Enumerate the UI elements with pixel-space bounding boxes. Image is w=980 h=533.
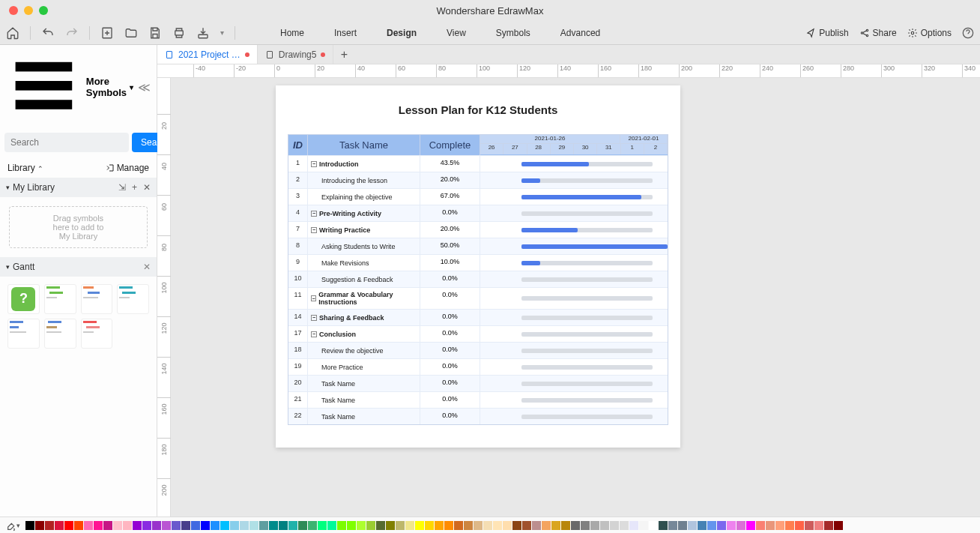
color-swatch[interactable] xyxy=(736,521,745,530)
color-swatch[interactable] xyxy=(172,521,181,530)
color-swatch[interactable] xyxy=(74,521,83,530)
color-swatch[interactable] xyxy=(649,521,658,530)
gantt-shape-1[interactable] xyxy=(44,284,76,314)
color-swatch[interactable] xyxy=(279,521,288,530)
menu-insert[interactable]: Insert xyxy=(334,28,357,38)
color-swatch[interactable] xyxy=(561,521,570,530)
expand-icon[interactable]: − xyxy=(311,295,316,301)
color-swatch[interactable] xyxy=(678,521,687,530)
gantt-row[interactable]: 22 Task Name 0.0% xyxy=(288,408,668,424)
expand-icon[interactable]: − xyxy=(311,211,317,217)
color-swatch[interactable] xyxy=(698,521,707,530)
color-swatch[interactable] xyxy=(298,521,307,530)
publish-button[interactable]: Publish xyxy=(805,28,848,38)
open-icon[interactable] xyxy=(124,26,138,40)
expand-icon[interactable]: − xyxy=(311,315,317,321)
help-shape[interactable]: ? xyxy=(7,284,40,314)
color-swatch[interactable] xyxy=(259,521,268,530)
color-swatch[interactable] xyxy=(824,521,833,530)
menu-symbols[interactable]: Symbols xyxy=(496,28,530,38)
gantt-row[interactable]: 18 Review the objective 0.0% xyxy=(288,342,668,358)
color-swatch[interactable] xyxy=(688,521,697,530)
color-swatch[interactable] xyxy=(425,521,434,530)
color-swatch[interactable] xyxy=(532,521,541,530)
color-swatch[interactable] xyxy=(396,521,405,530)
color-swatch[interactable] xyxy=(639,521,648,530)
color-swatch[interactable] xyxy=(483,521,492,530)
expand-icon[interactable]: − xyxy=(311,331,317,337)
maximize-window-button[interactable] xyxy=(39,6,48,15)
color-swatch[interactable] xyxy=(727,521,736,530)
color-swatch[interactable] xyxy=(103,521,112,530)
gantt-row[interactable]: 17 −Conclusion 0.0% xyxy=(288,325,668,342)
gantt-row[interactable]: 21 Task Name 0.0% xyxy=(288,391,668,408)
color-swatch[interactable] xyxy=(444,521,453,530)
collapse-sidebar-icon[interactable]: ≪ xyxy=(138,80,151,94)
library-toggle[interactable]: Library ⌃ xyxy=(7,163,43,173)
color-swatch[interactable] xyxy=(357,521,366,530)
color-swatch[interactable] xyxy=(405,521,414,530)
color-swatch[interactable] xyxy=(503,521,512,530)
my-library-section[interactable]: ▾ My Library ⇲ + ✕ xyxy=(0,178,157,197)
gantt-row[interactable]: 8 Asking Students to Write 50.0% xyxy=(288,238,668,254)
color-swatch[interactable] xyxy=(35,521,44,530)
color-swatch[interactable] xyxy=(25,521,34,530)
color-swatch[interactable] xyxy=(64,521,73,530)
help-icon[interactable] xyxy=(962,27,974,39)
color-swatch[interactable] xyxy=(668,521,677,530)
color-swatch[interactable] xyxy=(814,521,823,530)
undo-icon[interactable] xyxy=(41,26,55,40)
color-swatch[interactable] xyxy=(45,521,54,530)
color-swatch[interactable] xyxy=(240,521,249,530)
close-gantt-section-icon[interactable]: ✕ xyxy=(143,262,151,272)
document-page[interactable]: Lesson Plan for K12 Students ID Task Nam… xyxy=(276,85,680,448)
gantt-shape-6[interactable] xyxy=(81,319,113,349)
color-swatch[interactable] xyxy=(113,521,122,530)
menu-advanced[interactable]: Advanced xyxy=(560,28,600,38)
manage-button[interactable]: Manage xyxy=(106,163,149,173)
gantt-shape-3[interactable] xyxy=(117,284,149,314)
add-tab-button[interactable]: + xyxy=(333,45,354,64)
gantt-row[interactable]: 1 −Introduction 43.5% xyxy=(288,155,668,172)
color-swatch[interactable] xyxy=(551,521,560,530)
color-swatch[interactable] xyxy=(230,521,239,530)
color-swatch[interactable] xyxy=(512,521,521,530)
add-lib-icon[interactable]: + xyxy=(132,182,137,193)
color-swatch[interactable] xyxy=(415,521,424,530)
gantt-row[interactable]: 4 −Pre-Writing Activity 0.0% xyxy=(288,205,668,221)
color-swatch[interactable] xyxy=(542,521,551,530)
color-swatch[interactable] xyxy=(775,521,784,530)
gantt-shape-2[interactable] xyxy=(81,284,113,314)
search-input[interactable] xyxy=(4,133,129,152)
color-swatch[interactable] xyxy=(249,521,258,530)
color-swatch[interactable] xyxy=(191,521,200,530)
color-swatch[interactable] xyxy=(571,521,580,530)
color-swatch[interactable] xyxy=(785,521,794,530)
color-swatch[interactable] xyxy=(133,521,142,530)
gantt-row[interactable]: 2 Introducing the lesson 20.0% xyxy=(288,172,668,188)
color-swatch[interactable] xyxy=(581,521,590,530)
gantt-shape-4[interactable] xyxy=(7,319,40,349)
color-swatch[interactable] xyxy=(717,521,726,530)
color-swatch[interactable] xyxy=(464,521,473,530)
color-swatch[interactable] xyxy=(201,521,210,530)
gantt-row[interactable]: 20 Task Name 0.0% xyxy=(288,375,668,391)
close-lib-icon[interactable]: ✕ xyxy=(143,182,151,193)
close-window-button[interactable] xyxy=(9,6,18,15)
color-swatch[interactable] xyxy=(376,521,385,530)
canvas[interactable]: Lesson Plan for K12 Students ID Task Nam… xyxy=(171,78,980,517)
color-swatch[interactable] xyxy=(766,521,775,530)
sidebar-title[interactable]: More Symbols ▾ xyxy=(86,76,133,98)
import-lib-icon[interactable]: ⇲ xyxy=(118,182,126,193)
color-swatch[interactable] xyxy=(55,521,64,530)
export-icon[interactable] xyxy=(196,26,210,40)
color-swatch[interactable] xyxy=(610,521,619,530)
color-swatch[interactable] xyxy=(181,521,190,530)
color-swatch[interactable] xyxy=(795,521,804,530)
expand-icon[interactable]: − xyxy=(311,161,317,167)
color-swatch[interactable] xyxy=(269,521,278,530)
gantt-shape-5[interactable] xyxy=(44,319,76,349)
color-swatch[interactable] xyxy=(386,521,395,530)
color-swatch[interactable] xyxy=(600,521,609,530)
gantt-row[interactable]: 7 −Writing Practice 20.0% xyxy=(288,221,668,238)
